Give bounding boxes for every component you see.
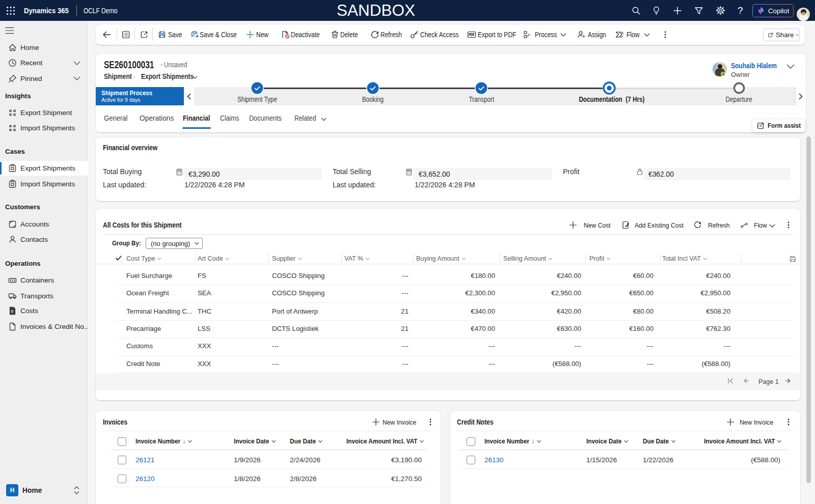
svg-text:$: $ xyxy=(11,309,14,314)
